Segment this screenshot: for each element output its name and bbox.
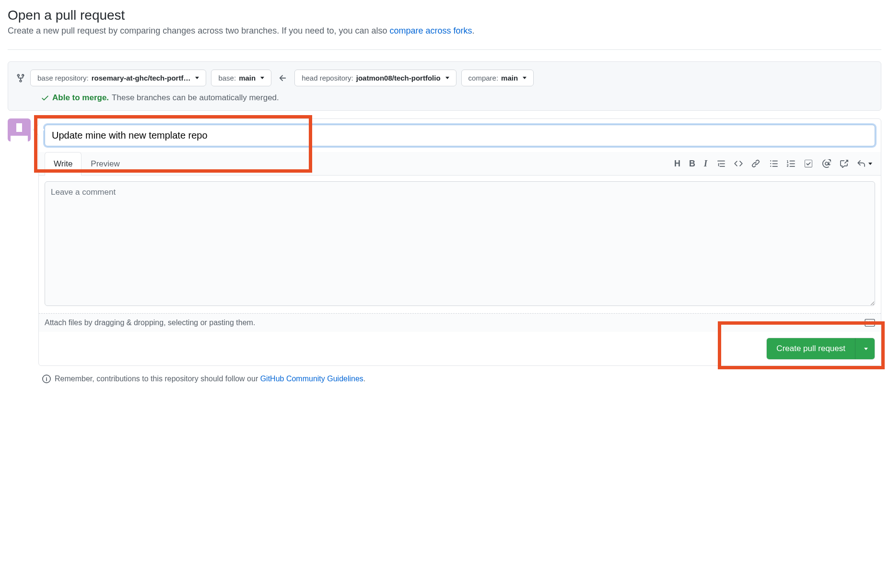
italic-icon[interactable]: I bbox=[704, 159, 707, 169]
quote-icon[interactable] bbox=[717, 159, 725, 168]
base-branch-value: main bbox=[239, 74, 256, 82]
merge-status: Able to merge. These branches can be aut… bbox=[41, 93, 873, 103]
reply-icon[interactable] bbox=[857, 159, 872, 168]
heading-icon[interactable]: H bbox=[674, 159, 680, 169]
task-list-icon[interactable] bbox=[804, 159, 813, 168]
page-subtitle: Create a new pull request by comparing c… bbox=[8, 26, 881, 36]
attach-hint-bar[interactable]: Attach files by dragging & dropping, sel… bbox=[39, 313, 881, 332]
base-branch-select[interactable]: base: main bbox=[211, 70, 271, 86]
bullet-list-icon[interactable] bbox=[770, 159, 778, 168]
mention-icon[interactable] bbox=[822, 159, 831, 168]
footer-note: Remember, contributions to this reposito… bbox=[42, 375, 881, 383]
avatar bbox=[8, 118, 31, 141]
pr-title-input[interactable] bbox=[45, 125, 875, 146]
markdown-icon[interactable] bbox=[865, 319, 875, 327]
cross-reference-icon[interactable] bbox=[840, 159, 848, 168]
create-pr-button[interactable]: Create pull request bbox=[767, 338, 855, 359]
compare-branch-value: main bbox=[501, 74, 518, 82]
merge-desc-text: These branches can be automatically merg… bbox=[112, 93, 279, 103]
editor-toolbar: H B I bbox=[674, 159, 875, 169]
caret-down-icon bbox=[445, 77, 449, 79]
check-icon bbox=[41, 94, 49, 102]
base-branch-prefix: base: bbox=[218, 74, 236, 82]
pr-comment-textarea[interactable] bbox=[45, 181, 875, 306]
base-repo-value: rosemary-at-ghc/tech-portf… bbox=[92, 74, 191, 82]
head-repo-select[interactable]: head repository: joatmon08/tech-portfoli… bbox=[294, 70, 456, 86]
compare-across-forks-link[interactable]: compare across forks bbox=[389, 26, 472, 35]
code-icon[interactable] bbox=[734, 159, 743, 168]
tab-preview[interactable]: Preview bbox=[82, 152, 129, 176]
numbered-list-icon[interactable] bbox=[787, 159, 795, 168]
footer-text: Remember, contributions to this reposito… bbox=[55, 375, 260, 383]
create-pr-dropdown[interactable] bbox=[855, 338, 875, 359]
head-repo-value: joatmon08/tech-portfolio bbox=[356, 74, 441, 82]
caret-down-icon bbox=[523, 77, 526, 79]
git-compare-icon bbox=[16, 73, 25, 83]
subtitle-post: . bbox=[472, 26, 475, 35]
tab-write[interactable]: Write bbox=[45, 152, 82, 176]
compare-branch-select[interactable]: compare: main bbox=[461, 70, 534, 86]
divider bbox=[8, 49, 881, 50]
base-repo-prefix: base repository: bbox=[37, 74, 89, 82]
head-repo-prefix: head repository: bbox=[302, 74, 353, 82]
page-title: Open a pull request bbox=[8, 8, 881, 23]
community-guidelines-link[interactable]: GitHub Community Guidelines bbox=[260, 375, 363, 383]
caret-down-icon bbox=[864, 348, 868, 350]
caret-down-icon bbox=[195, 77, 199, 79]
pr-form-box: Write Preview H B I bbox=[38, 118, 881, 366]
merge-able-text: Able to merge. bbox=[52, 93, 109, 103]
footer-post: . bbox=[363, 375, 365, 383]
base-repo-select[interactable]: base repository: rosemary-at-ghc/tech-po… bbox=[30, 70, 206, 86]
create-pr-button-group: Create pull request bbox=[766, 338, 875, 360]
attach-hint-text: Attach files by dragging & dropping, sel… bbox=[45, 318, 255, 327]
bold-icon[interactable]: B bbox=[689, 159, 695, 169]
link-icon[interactable] bbox=[751, 159, 760, 168]
compare-box: base repository: rosemary-at-ghc/tech-po… bbox=[8, 61, 881, 111]
info-icon bbox=[42, 375, 51, 383]
compare-branch-prefix: compare: bbox=[468, 74, 499, 82]
caret-down-icon bbox=[868, 163, 872, 165]
arrow-left-icon bbox=[276, 73, 290, 83]
subtitle-text: Create a new pull request by comparing c… bbox=[8, 26, 389, 35]
caret-down-icon bbox=[260, 77, 264, 79]
